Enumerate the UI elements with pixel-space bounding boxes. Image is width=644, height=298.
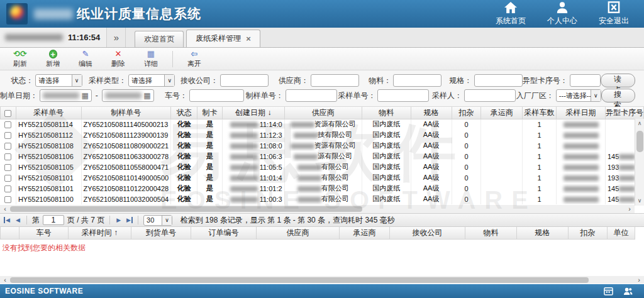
search-button[interactable]: 搜 索 bbox=[601, 89, 635, 102]
column-header[interactable]: 承运商 bbox=[481, 107, 523, 119]
last-page-icon[interactable]: ▶ bbox=[125, 217, 133, 223]
make-no-input[interactable] bbox=[286, 89, 337, 102]
tab-waste-paper-sampling[interactable]: 废纸采样管理 × bbox=[186, 30, 260, 47]
calendar-icon[interactable]: ▦ bbox=[81, 91, 88, 100]
table-row[interactable]: HY552105081105ZY65210508110558000471化验是 … bbox=[1, 162, 644, 172]
table-row[interactable]: HY552105081114ZY65210508111405000213化验是 … bbox=[1, 119, 644, 130]
row-checkbox[interactable] bbox=[4, 185, 11, 192]
scroll-down-icon[interactable]: ∨ bbox=[635, 196, 644, 206]
row-checkbox[interactable] bbox=[4, 132, 11, 139]
row-checkbox[interactable] bbox=[4, 153, 11, 160]
card-serial-input[interactable] bbox=[570, 74, 601, 87]
column-header[interactable]: 状态 bbox=[171, 107, 197, 119]
cell-supplier: 技有限公司 bbox=[284, 130, 362, 140]
supplier-input[interactable] bbox=[311, 74, 359, 87]
table-row[interactable]: HY552105081100ZY65210508110032000504化验是 … bbox=[1, 194, 644, 204]
column-header[interactable]: 创建日期 ↓ bbox=[222, 107, 284, 119]
detail-column-header[interactable]: 车号 bbox=[19, 227, 69, 239]
row-checkbox[interactable] bbox=[4, 196, 11, 203]
spec-input[interactable] bbox=[474, 74, 523, 87]
column-header[interactable]: 制卡 bbox=[197, 107, 223, 119]
doc-date-to-input[interactable]: ▦ bbox=[102, 89, 154, 102]
table-row[interactable]: HY552105081101ZY65210508110122000428化验是 … bbox=[1, 183, 644, 194]
detail-column-header[interactable]: 扣杂 bbox=[569, 227, 608, 239]
detail-horizontal-scrollbar[interactable]: ‹ › bbox=[0, 276, 644, 284]
page-number-input[interactable]: 1 bbox=[43, 215, 64, 225]
delete-button[interactable]: ✕ 删除 bbox=[102, 48, 135, 70]
refresh-button[interactable]: ⟲⟳ 刷新 bbox=[4, 48, 36, 70]
tab-expand-button[interactable]: » bbox=[107, 28, 126, 47]
next-page-icon[interactable]: ▶ bbox=[115, 217, 122, 223]
detail-column-header[interactable]: 采样时间 ↑ bbox=[69, 227, 131, 239]
tab-welcome[interactable]: 欢迎首页 bbox=[135, 31, 184, 47]
table-row[interactable]: HY552105081108ZY65210508110809000221化验是 … bbox=[1, 140, 644, 151]
detail-column-header[interactable]: 接收公司 bbox=[390, 227, 465, 239]
horizontal-scrollbar[interactable]: ‹ › bbox=[0, 205, 635, 213]
cell-sample-date bbox=[557, 140, 606, 151]
cell-carrier bbox=[481, 151, 523, 162]
vertical-scroll-thumb[interactable] bbox=[636, 131, 643, 152]
row-checkbox[interactable] bbox=[4, 164, 11, 171]
scroll-right-icon[interactable]: › bbox=[625, 205, 635, 213]
detail-column-header[interactable] bbox=[1, 227, 19, 239]
first-page-icon[interactable]: ◀ bbox=[4, 217, 11, 223]
column-header[interactable]: 采样车数 bbox=[522, 107, 556, 119]
column-header[interactable]: 物料 bbox=[362, 107, 411, 119]
truck-input[interactable] bbox=[189, 89, 244, 102]
column-header[interactable]: 采样日期 bbox=[557, 107, 606, 119]
scroll-right-icon[interactable]: › bbox=[634, 276, 644, 284]
vertical-scrollbar[interactable]: ∧ ∨ bbox=[635, 119, 644, 206]
detail-column-header[interactable]: 到货单号 bbox=[131, 227, 191, 239]
scroll-up-icon[interactable]: ∧ bbox=[635, 119, 644, 128]
page-size-select[interactable]: 30∨ bbox=[143, 215, 172, 226]
area-select[interactable]: ---请选择--∨ bbox=[556, 89, 601, 102]
sample-no-input[interactable] bbox=[377, 89, 429, 102]
scroll-left-icon[interactable]: ‹ bbox=[0, 205, 10, 213]
calendar-icon[interactable]: ▦ bbox=[143, 91, 150, 100]
column-header[interactable]: 规格 bbox=[411, 107, 452, 119]
add-icon: + bbox=[49, 50, 57, 58]
scroll-left-icon[interactable]: ‹ bbox=[0, 276, 10, 284]
column-header[interactable]: 扣杂 bbox=[452, 107, 481, 119]
read-card-button[interactable]: 读 卡 bbox=[601, 74, 635, 87]
row-checkbox[interactable] bbox=[4, 121, 11, 128]
edit-button[interactable]: ✎ 编辑 bbox=[69, 48, 102, 70]
nav-safe-logout[interactable]: 安全退出 bbox=[599, 1, 629, 26]
horizontal-scroll-thumb[interactable] bbox=[10, 206, 362, 212]
detail-column-header[interactable]: 承运商 bbox=[340, 227, 390, 239]
cell-sample-no: HY552105081105 bbox=[16, 162, 81, 172]
sample-type-select[interactable]: 请选择∨ bbox=[128, 74, 175, 87]
material-input[interactable] bbox=[393, 74, 441, 87]
users-icon[interactable] bbox=[623, 287, 633, 295]
horizontal-scroll-thumb[interactable] bbox=[10, 277, 589, 283]
column-header[interactable]: 供应商 bbox=[284, 107, 362, 119]
add-button[interactable]: + 新增 bbox=[36, 48, 69, 70]
detail-column-header[interactable]: 规格 bbox=[517, 227, 569, 239]
sampler-input[interactable] bbox=[464, 89, 516, 102]
nav-system-home[interactable]: 系统首页 bbox=[496, 1, 526, 26]
cell-deduct: 0 bbox=[452, 183, 481, 194]
doc-date-from-input[interactable]: ▦ bbox=[40, 89, 92, 102]
row-checkbox[interactable] bbox=[4, 143, 11, 150]
detail-column-header[interactable]: 单位 bbox=[608, 227, 635, 239]
column-header[interactable]: 采样单号 bbox=[16, 107, 81, 119]
column-header[interactable]: 制样单号 bbox=[81, 107, 171, 119]
detail-column-header[interactable]: 供应商 bbox=[257, 227, 340, 239]
cell-make-no: ZY65210508110633000278 bbox=[81, 151, 171, 162]
leave-button[interactable]: ⇦ 离开 bbox=[178, 48, 211, 70]
select-all-checkbox[interactable] bbox=[4, 110, 11, 117]
row-checkbox[interactable] bbox=[4, 175, 11, 182]
recv-company-input[interactable] bbox=[220, 74, 269, 87]
status-select[interactable]: 请选择∨ bbox=[35, 74, 82, 87]
table-row[interactable]: HY552105081101ZY65210508110149000500化验是 … bbox=[1, 172, 644, 183]
detail-column-header[interactable]: 物料 bbox=[465, 227, 517, 239]
column-header[interactable]: 异型卡序号 bbox=[605, 107, 643, 119]
table-row[interactable]: HY552105081112ZY65210508111239000139化验是 … bbox=[1, 130, 644, 140]
calendar-icon[interactable] bbox=[604, 287, 613, 295]
tab-close-icon[interactable]: × bbox=[246, 34, 251, 43]
table-row[interactable]: HY552105081106ZY65210508110633000278化验是 … bbox=[1, 151, 644, 162]
prev-page-icon[interactable]: ◀ bbox=[14, 217, 21, 223]
nav-personal-center[interactable]: 个人中心 bbox=[547, 1, 577, 26]
detail-button[interactable]: ▦ 详细 bbox=[135, 48, 167, 70]
detail-column-header[interactable]: 订单编号 bbox=[191, 227, 257, 239]
